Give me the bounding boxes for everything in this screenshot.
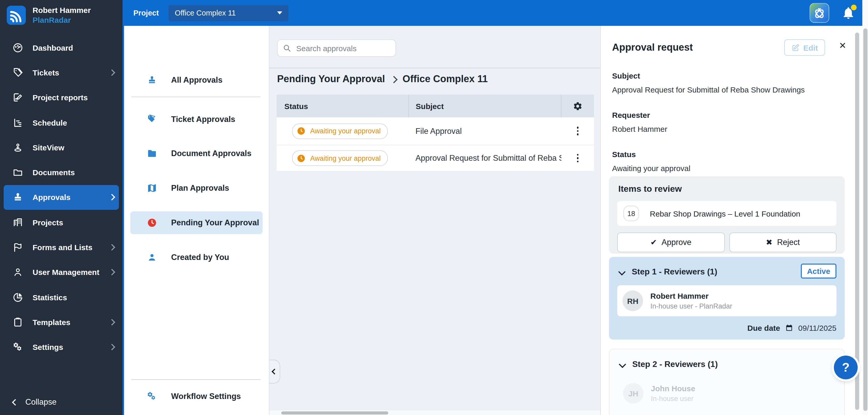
connect-app-button[interactable] xyxy=(810,3,829,23)
sidebar-item-settings[interactable]: Settings xyxy=(0,334,123,360)
reviewer-subtitle: In-house user xyxy=(651,395,695,403)
field-label: Requester xyxy=(612,110,837,119)
reviewer-name: Robert Hammer xyxy=(650,291,732,300)
sidebar-item-schedule[interactable]: Schedule xyxy=(0,110,123,135)
subnav-item-pending-your-approval[interactable]: Pending Your Approval xyxy=(130,212,262,234)
pie-chart-icon xyxy=(12,292,23,302)
chevron-right-icon xyxy=(108,269,115,276)
subnav-item-label: Pending Your Approval xyxy=(171,218,259,227)
planradar-app: Project Office Complex 11 xyxy=(0,0,868,415)
status-badge: Awaiting your approval xyxy=(292,123,388,139)
edit-button[interactable]: Edit xyxy=(784,39,825,56)
step-1-header[interactable]: Step 1 - Reviewers (1) Active xyxy=(617,264,836,280)
subnav-item-plan-approvals[interactable]: Plan Approvals xyxy=(124,177,269,199)
user-name: Robert Hammer xyxy=(33,6,91,15)
field-value: Robert Hammer xyxy=(612,125,837,133)
search-input[interactable] xyxy=(295,43,385,53)
page-scrollbar-thumb[interactable] xyxy=(863,28,867,411)
sidebar-item-statistics[interactable]: Statistics xyxy=(0,285,123,310)
sidebar-item-siteview[interactable]: SiteView xyxy=(0,135,123,160)
folder-icon xyxy=(12,167,23,178)
help-button[interactable]: ? xyxy=(834,356,858,379)
horizontal-scrollbar-thumb[interactable] xyxy=(281,411,388,414)
sidebar-item-documents[interactable]: Documents xyxy=(0,160,123,185)
gears-icon xyxy=(12,342,23,352)
review-item[interactable]: 18 Rebar Shop Drawings – Level 1 Foundat… xyxy=(617,201,836,226)
sidebar-item-tickets[interactable]: Tickets xyxy=(0,60,123,85)
field-value: Approval Request for Submittal of Reba S… xyxy=(612,85,837,94)
subnav-item-label: Created by You xyxy=(171,253,229,262)
column-header-status[interactable]: Status xyxy=(277,101,408,110)
sidebar-item-forms-and-lists[interactable]: Forms and Lists xyxy=(0,235,123,260)
row-menu-button[interactable] xyxy=(575,125,581,137)
due-date-value: 09/11/2025 xyxy=(798,323,836,332)
due-date-row: Due date 09/11/2025 xyxy=(617,323,836,332)
gear-icon xyxy=(573,101,583,111)
top-bar: Project Office Complex 11 xyxy=(124,0,862,26)
close-icon[interactable]: ✕ xyxy=(839,40,846,51)
sidebar-item-dashboard[interactable]: Dashboard xyxy=(0,35,123,60)
chevron-down-icon xyxy=(619,361,626,368)
reject-button[interactable]: ✖ Reject xyxy=(729,232,836,252)
collapse-subnav-handle[interactable] xyxy=(269,360,280,383)
request-fields: Subject Approval Request for Submittal o… xyxy=(612,71,837,189)
subnav-item-workflow-settings[interactable]: Workflow Settings xyxy=(124,385,269,408)
sidebar-item-templates[interactable]: Templates xyxy=(0,310,123,335)
account-block[interactable]: Robert Hammer PlanRadar xyxy=(0,0,123,25)
row-menu-button[interactable] xyxy=(575,152,581,165)
sidebar-item-label: Schedule xyxy=(33,118,67,127)
subnav-item-all-approvals[interactable]: All Approvals xyxy=(124,69,269,92)
map-icon xyxy=(147,183,157,193)
page-scrollbar[interactable] xyxy=(862,0,868,415)
siteview-icon xyxy=(12,142,23,153)
collapse-label: Collapse xyxy=(25,397,57,407)
subnav-item-created-by-you[interactable]: Created by You xyxy=(124,246,269,269)
collapse-sidebar-button[interactable]: Collapse xyxy=(13,397,57,407)
sidebar-item-label: Dashboard xyxy=(33,43,73,52)
sidebar-item-label: Statistics xyxy=(33,293,67,301)
project-selector[interactable]: Office Complex 11 xyxy=(168,5,288,21)
chevron-right-icon xyxy=(108,244,115,250)
dashboard-icon xyxy=(12,42,23,53)
caret-down-icon xyxy=(277,11,282,14)
sidebar-item-approvals[interactable]: Approvals xyxy=(4,185,119,210)
breadcrumb-first[interactable]: Pending Your Approval xyxy=(277,73,385,85)
divider xyxy=(269,68,600,68)
chevron-right-icon xyxy=(108,344,115,350)
step-2-header[interactable]: Step 2 - Reviewers (1) xyxy=(618,357,836,372)
subnav-item-ticket-approvals[interactable]: Ticket Approvals xyxy=(124,108,269,131)
table-header: Status Subject xyxy=(277,95,594,117)
subnav-item-label: All Approvals xyxy=(171,75,222,85)
chevron-right-icon xyxy=(108,319,115,325)
step-title: Step 1 - Reviewers (1) xyxy=(632,267,717,277)
search-box[interactable] xyxy=(277,39,396,57)
table-settings-button[interactable] xyxy=(561,95,594,117)
divider xyxy=(131,379,260,380)
table-row[interactable]: Awaiting your approval Approval Request … xyxy=(277,145,594,171)
table-row[interactable]: Awaiting your approval File Approval xyxy=(277,117,594,145)
pending-clock-icon xyxy=(147,218,157,228)
company-name: PlanRadar xyxy=(33,15,91,25)
item-id-badge: 18 xyxy=(623,206,639,221)
main-sidebar: Robert Hammer PlanRadar Dashboard Ticket… xyxy=(0,0,124,415)
horizontal-scrollbar[interactable] xyxy=(269,410,600,415)
item-name: Rebar Shop Drawings – Level 1 Foundation xyxy=(650,209,800,218)
items-to-review-title: Items to review xyxy=(618,184,836,194)
column-header-subject[interactable]: Subject xyxy=(408,95,561,117)
notifications-button[interactable] xyxy=(842,6,855,20)
sidebar-item-label: Approvals xyxy=(33,193,70,202)
reviewer-subtitle: In-house user - PlanRadar xyxy=(650,302,732,310)
x-icon: ✖ xyxy=(766,238,772,247)
subnav-item-document-approvals[interactable]: Document Approvals xyxy=(124,142,269,165)
status-badge: Awaiting your approval xyxy=(292,150,388,166)
sidebar-item-label: Projects xyxy=(33,218,63,227)
panel-title: Approval request xyxy=(612,42,693,53)
sidebar-item-project-reports[interactable]: Project reports xyxy=(0,85,123,110)
user-icon xyxy=(12,267,23,278)
approve-button[interactable]: ✔ Approve xyxy=(617,232,724,252)
sidebar-item-user-management[interactable]: User Management xyxy=(0,260,123,285)
field-value: Awaiting your approval xyxy=(612,164,837,172)
sidebar-item-projects[interactable]: Projects xyxy=(0,210,123,235)
panel-scrollbar-thumb[interactable] xyxy=(855,33,859,410)
schedule-icon xyxy=(12,117,23,128)
